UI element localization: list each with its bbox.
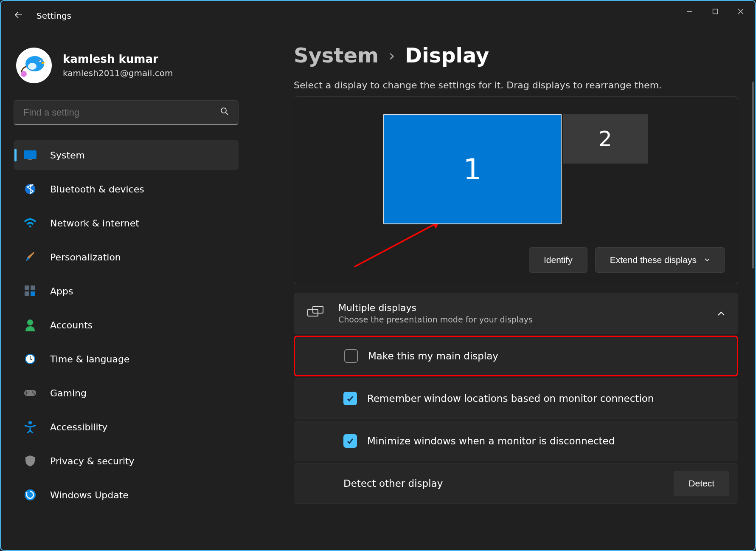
- dropdown-label: Extend these displays: [610, 255, 697, 265]
- page-title: Display: [405, 43, 489, 67]
- display-arrange-canvas[interactable]: 1 2: [307, 114, 725, 224]
- scrollbar[interactable]: [752, 82, 754, 268]
- account-icon: [23, 318, 37, 332]
- svg-rect-13: [24, 150, 37, 159]
- remember-checkbox[interactable]: [343, 392, 357, 405]
- chevron-down-icon: [704, 257, 710, 263]
- sidebar-item-accounts[interactable]: Accounts: [14, 310, 239, 340]
- user-block[interactable]: kamlesh kumar kamlesh2011@gmail.com: [14, 48, 239, 83]
- svg-rect-1: [713, 9, 718, 14]
- svg-point-16: [29, 226, 31, 228]
- row-label: Detect other display: [343, 478, 443, 489]
- sidebar-item-time[interactable]: Time & language: [14, 344, 239, 374]
- sidebar-item-label: Windows Update: [50, 490, 129, 500]
- svg-point-29: [28, 421, 32, 424]
- svg-point-21: [27, 319, 33, 325]
- row-label: Minimize windows when a monitor is disco…: [367, 435, 615, 446]
- back-icon[interactable]: [14, 10, 24, 22]
- sidebar-item-bluetooth[interactable]: Bluetooth & devices: [14, 174, 239, 204]
- display-arrange-box: 1 2 Identify Extend these displays: [294, 96, 738, 284]
- sidebar-item-privacy[interactable]: Privacy & security: [14, 446, 239, 476]
- user-name: kamlesh kumar: [63, 53, 173, 66]
- minimize-checkbox[interactable]: [343, 434, 357, 448]
- apps-icon: [23, 284, 37, 298]
- search-icon: [220, 107, 229, 118]
- svg-rect-14: [28, 159, 32, 160]
- chevron-up-icon[interactable]: [717, 309, 725, 318]
- button-label: Detect: [689, 478, 714, 489]
- row-title: Multiple displays: [338, 302, 703, 313]
- main-content: System › Display Select a display to cha…: [251, 31, 755, 550]
- sidebar-item-network[interactable]: Network & internet: [14, 208, 239, 238]
- accessibility-icon: [23, 420, 37, 434]
- svg-point-11: [221, 108, 226, 113]
- svg-rect-17: [25, 285, 29, 290]
- sidebar-item-update[interactable]: Windows Update: [14, 480, 239, 510]
- svg-point-28: [34, 393, 35, 395]
- sidebar-item-label: Time & language: [50, 354, 129, 365]
- breadcrumb-parent[interactable]: System: [294, 43, 379, 67]
- arrange-hint: Select a display to change the settings …: [294, 80, 738, 90]
- titlebar: Settings: [1, 1, 755, 31]
- chevron-right-icon: ›: [389, 47, 395, 64]
- svg-rect-19: [25, 291, 29, 296]
- svg-line-12: [226, 113, 228, 115]
- identify-button[interactable]: Identify: [529, 247, 587, 273]
- display-mode-dropdown[interactable]: Extend these displays: [595, 247, 725, 273]
- maximize-button[interactable]: [703, 1, 728, 22]
- sidebar-item-label: Privacy & security: [50, 456, 135, 466]
- sidebar-item-label: Gaming: [50, 388, 87, 398]
- sidebar-item-apps[interactable]: Apps: [14, 276, 239, 306]
- remember-locations-row[interactable]: Remember window locations based on monit…: [294, 378, 738, 419]
- button-label: Identify: [544, 255, 573, 265]
- sidebar: kamlesh kumar kamlesh2011@gmail.com Syst…: [1, 31, 251, 550]
- nav-list: System Bluetooth & devices Network & int…: [14, 140, 239, 513]
- sidebar-item-label: Network & internet: [50, 218, 139, 229]
- sidebar-item-label: Apps: [50, 286, 73, 297]
- sidebar-item-label: System: [50, 150, 85, 161]
- gaming-icon: [23, 386, 37, 400]
- search-box[interactable]: [14, 100, 239, 125]
- minimize-button[interactable]: [677, 1, 703, 22]
- clock-icon: [23, 352, 37, 366]
- brush-icon: [23, 250, 37, 264]
- shield-icon: [23, 454, 37, 468]
- detect-button[interactable]: Detect: [674, 471, 729, 496]
- row-label: Remember window locations based on monit…: [367, 393, 654, 404]
- svg-rect-20: [31, 291, 35, 296]
- svg-point-10: [21, 71, 27, 77]
- update-icon: [23, 488, 37, 502]
- display-1[interactable]: 1: [383, 114, 562, 224]
- sidebar-item-system[interactable]: System: [14, 140, 239, 170]
- window-controls: [677, 1, 753, 22]
- sidebar-item-label: Accessibility: [50, 422, 107, 432]
- multiple-displays-icon: [307, 306, 324, 321]
- row-subtitle: Choose the presentation mode for your di…: [338, 315, 703, 324]
- minimize-disconnect-row[interactable]: Minimize windows when a monitor is disco…: [294, 421, 738, 461]
- avatar: [16, 48, 52, 83]
- system-icon: [23, 148, 37, 162]
- make-main-checkbox[interactable]: [344, 349, 358, 363]
- sidebar-item-label: Accounts: [50, 320, 93, 331]
- svg-rect-18: [31, 285, 35, 290]
- wifi-icon: [23, 216, 37, 230]
- app-title: Settings: [37, 11, 71, 21]
- row-label: Make this my main display: [368, 350, 498, 362]
- sidebar-item-accessibility[interactable]: Accessibility: [14, 412, 239, 442]
- svg-point-8: [39, 60, 41, 62]
- user-email: kamlesh2011@gmail.com: [63, 68, 173, 78]
- search-input[interactable]: [23, 107, 220, 118]
- close-button[interactable]: [728, 1, 753, 22]
- sidebar-item-label: Bluetooth & devices: [50, 184, 144, 195]
- display-2[interactable]: 2: [563, 114, 648, 164]
- breadcrumb: System › Display: [294, 43, 738, 67]
- sidebar-item-personalization[interactable]: Personalization: [14, 242, 239, 272]
- multiple-displays-row[interactable]: Multiple displays Choose the presentatio…: [294, 293, 738, 334]
- sidebar-item-gaming[interactable]: Gaming: [14, 378, 239, 408]
- svg-point-9: [28, 63, 37, 70]
- bluetooth-icon: [23, 182, 37, 196]
- svg-point-27: [32, 391, 34, 393]
- sidebar-item-label: Personalization: [50, 252, 121, 263]
- make-main-display-row[interactable]: Make this my main display: [294, 336, 738, 376]
- detect-other-display-row: Detect other display Detect: [294, 463, 738, 504]
